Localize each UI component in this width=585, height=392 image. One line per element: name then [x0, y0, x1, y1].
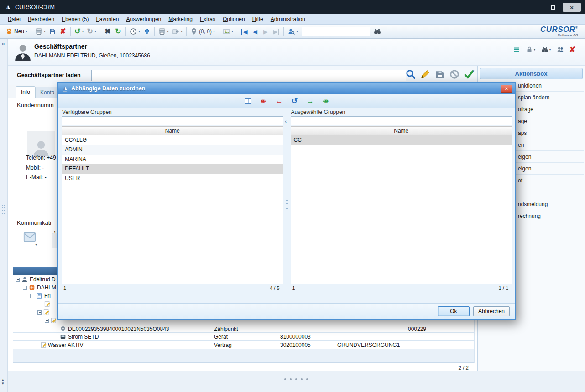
no-entry-icon — [449, 69, 460, 79]
collapse-panel-icon[interactable]: ‹ — [285, 119, 287, 124]
record-search-button[interactable]: ▾ — [541, 46, 551, 53]
menu-ebenen[interactable]: Ebenen (5) — [58, 15, 92, 24]
close-button[interactable]: × — [563, 3, 581, 12]
image-button[interactable]: ▾ — [221, 26, 235, 37]
tree-row[interactable]: Edeltrud D — [16, 275, 56, 284]
document-icon — [36, 293, 42, 299]
menu-button[interactable] — [513, 46, 520, 53]
nav-first-button[interactable]: ◀ — [240, 26, 250, 37]
partners-button[interactable] — [557, 46, 564, 53]
geo-button[interactable]: (0, 0) ▾ — [189, 26, 216, 37]
collapse-icon[interactable] — [45, 319, 49, 323]
menu-favoriten[interactable]: Favoriten — [92, 15, 122, 24]
grid-row[interactable]: Wasser AKTIV Vertrag 3020100005 GRUNDVER… — [13, 341, 474, 349]
ok-button[interactable]: Ok — [438, 306, 470, 316]
grid-cell-name: DE00022935398400010023N5035O0843 — [68, 325, 169, 333]
record-lock-button[interactable]: ▾ — [526, 46, 536, 53]
group-list-item[interactable]: CCALLG — [62, 135, 283, 145]
dialog-panel-splitter[interactable]: ‹ — [284, 108, 290, 292]
columns-button[interactable] — [243, 96, 253, 106]
dialog-close-button[interactable]: × — [501, 85, 512, 93]
remove-all-button[interactable]: ↞ — [259, 96, 269, 106]
email-action-button[interactable]: ▾ — [21, 230, 38, 245]
loader-input[interactable] — [91, 70, 406, 81]
menu-bearbeiten[interactable]: Bearbeiten — [24, 15, 58, 24]
down-arrow-icon[interactable]: ▾ — [2, 382, 4, 385]
menu-datei[interactable]: Datei — [4, 15, 24, 24]
menu-marketing[interactable]: Marketing — [165, 15, 196, 24]
splitter-handle[interactable] — [2, 204, 5, 215]
collapse-panel-icon[interactable]: ‹ — [473, 68, 475, 73]
undo-button[interactable]: ↺ ▾ — [73, 26, 85, 37]
menu-extras[interactable]: Extras — [196, 15, 219, 24]
print-button[interactable]: ▾ — [34, 26, 47, 37]
collapse-icon[interactable] — [37, 310, 42, 315]
person-icon — [21, 276, 28, 283]
bottom-splitter[interactable] — [8, 371, 585, 392]
delete-button[interactable]: ✘ — [58, 26, 68, 37]
group-list-item-selected[interactable]: DEFAULT — [62, 164, 283, 174]
print-preview-button[interactable]: ▾ — [157, 26, 170, 37]
grid-row[interactable]: Strom SETD Gerät 8100000003 — [13, 333, 474, 341]
record-close-button[interactable]: ✘ — [569, 46, 575, 53]
loader-save-button[interactable] — [435, 69, 445, 79]
loader-cancel-button[interactable] — [449, 69, 460, 79]
collapse-icon[interactable] — [30, 294, 34, 298]
menu-administration[interactable]: Administration — [267, 15, 309, 24]
available-groups-statusbar: 1 4 / 5 — [61, 284, 284, 292]
maximize-button[interactable] — [545, 3, 561, 12]
paw-icon — [5, 28, 13, 35]
person-search-button[interactable]: ▾ — [286, 26, 299, 37]
menu-optionen[interactable]: Optionen — [219, 15, 249, 24]
cancel-button[interactable]: Abbrechen — [473, 306, 510, 316]
status-position: 1 — [292, 285, 295, 291]
loader-search-button[interactable] — [406, 69, 416, 79]
history-button[interactable]: ▾ — [128, 26, 141, 37]
group-list-item[interactable]: ADMIN — [62, 145, 283, 155]
remove-selected-button[interactable]: ← — [274, 96, 284, 106]
refresh-button[interactable]: ↻ — [113, 26, 123, 37]
nav-last-button[interactable]: ▶ — [271, 26, 281, 37]
tree-row[interactable]: Fri — [30, 292, 51, 300]
left-collapse-rail[interactable]: « ▴ ▾ — [0, 39, 8, 392]
quick-search-input[interactable] — [302, 27, 370, 36]
name-column-header[interactable]: Name — [291, 126, 512, 135]
menu-auswertungen[interactable]: Auswertungen — [123, 15, 165, 24]
new-button[interactable]: Neu ▾ — [4, 26, 29, 37]
assign-selected-button[interactable]: → — [305, 96, 315, 106]
export-button[interactable]: ▾ — [171, 26, 184, 37]
splitter-handle[interactable] — [282, 375, 310, 382]
tree-row[interactable] — [37, 308, 50, 316]
collapse-icon[interactable] — [23, 286, 27, 290]
find-button[interactable] — [372, 26, 382, 37]
dialog-titlebar[interactable]: Abhängige Daten zuordnen × — [58, 83, 515, 94]
group-list-item-selected[interactable]: CC — [291, 135, 512, 145]
tree-row[interactable]: DAHLM — [23, 284, 56, 292]
assign-all-button[interactable]: ↠ — [321, 96, 331, 106]
minimize-button[interactable]: – — [527, 3, 543, 12]
menu-hilfe[interactable]: Hilfe — [249, 15, 267, 24]
name-column-header[interactable]: Name — [62, 126, 283, 135]
nav-prev-button[interactable]: ◀ — [250, 26, 260, 37]
tab-info[interactable]: Info — [16, 86, 35, 98]
collapse-icon[interactable] — [16, 278, 20, 282]
splitter-handle[interactable] — [285, 199, 289, 210]
loader-edit-button[interactable] — [420, 69, 430, 79]
discard-button[interactable]: ✖ — [103, 26, 113, 37]
redo-button[interactable]: ↻ ▾ — [85, 26, 97, 37]
group-list-item[interactable]: USER — [62, 174, 283, 183]
undo-button[interactable]: ↺ — [290, 96, 300, 106]
nav-next-button[interactable]: ▶ — [261, 26, 271, 37]
grid-cell-tariff: GRUNDVERSORGUNG1 — [337, 341, 400, 349]
rail-scroll-arrows[interactable]: ▴ ▾ — [2, 378, 4, 385]
grid-row[interactable]: DE00022935398400010023N5035O0843 Zählpun… — [13, 325, 474, 333]
available-groups-filter-input[interactable] — [62, 116, 283, 125]
tree-row[interactable] — [45, 316, 57, 325]
tree-row[interactable] — [44, 300, 51, 308]
save-button[interactable] — [47, 26, 57, 37]
aktionsbox-header[interactable]: Aktionsbox — [480, 68, 583, 79]
group-list-item[interactable]: MARINA — [62, 155, 283, 164]
workflow-button[interactable] — [142, 26, 152, 37]
collapse-left-icon[interactable]: « — [2, 41, 5, 47]
selected-groups-filter-input[interactable] — [291, 116, 512, 125]
